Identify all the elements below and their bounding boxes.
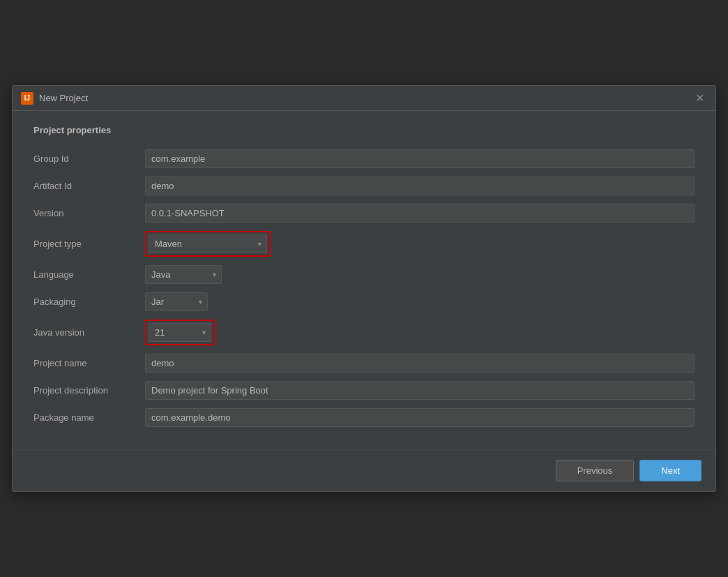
java-version-row: Java version 17 21 11 [33,320,695,345]
section-title: Project properties [33,125,695,135]
project-name-input[interactable] [145,354,695,373]
java-version-highlight: 17 21 11 [145,320,215,345]
close-button[interactable]: ✕ [692,91,707,106]
project-type-select[interactable]: Maven Gradle [149,234,267,253]
project-type-row: Project type Maven Gradle [33,231,695,257]
dialog-footer: Previous Next [13,449,715,491]
project-name-label: Project name [33,358,145,368]
project-description-input[interactable] [145,381,695,400]
group-id-input[interactable] [145,149,695,168]
version-label: Version [33,208,145,218]
java-version-select-wrapper: 17 21 11 [149,323,211,342]
packaging-label: Packaging [33,297,145,307]
previous-button[interactable]: Previous [556,460,635,481]
java-version-label: Java version [33,327,145,338]
dialog-content: Project properties Group Id Artifact Id … [13,111,715,449]
java-version-select[interactable]: 17 21 11 [149,323,211,342]
language-select-wrapper: Java Kotlin Groovy [145,265,222,284]
packaging-select[interactable]: Jar War [145,292,208,311]
project-name-row: Project name [33,354,695,373]
artifact-id-row: Artifact Id [33,177,695,195]
packaging-select-wrapper: Jar War [145,292,208,311]
artifact-id-label: Artifact Id [33,181,145,191]
next-button[interactable]: Next [639,460,702,481]
titlebar: IJ New Project ✕ [13,86,715,111]
version-input[interactable] [145,204,695,223]
project-type-label: Project type [33,239,145,249]
group-id-label: Group Id [33,153,145,164]
app-icon: IJ [21,92,33,105]
language-label: Language [33,269,145,280]
package-name-label: Package name [33,412,145,423]
project-description-row: Project description [33,381,695,400]
version-row: Version [33,204,695,223]
titlebar-left: IJ New Project [21,92,88,105]
language-select[interactable]: Java Kotlin Groovy [145,265,222,284]
project-type-highlight: Maven Gradle [145,231,271,257]
language-row: Language Java Kotlin Groovy [33,265,695,284]
dialog-overlay: IJ New Project ✕ Project properties Grou… [0,0,728,577]
project-description-label: Project description [33,385,145,396]
group-id-row: Group Id [33,149,695,168]
dialog-title: New Project [39,93,88,103]
package-name-input[interactable] [145,408,695,427]
artifact-id-input[interactable] [145,177,695,195]
package-name-row: Package name [33,408,695,427]
packaging-row: Packaging Jar War [33,292,695,311]
project-type-select-wrapper: Maven Gradle [149,234,267,253]
new-project-dialog: IJ New Project ✕ Project properties Grou… [12,85,716,492]
